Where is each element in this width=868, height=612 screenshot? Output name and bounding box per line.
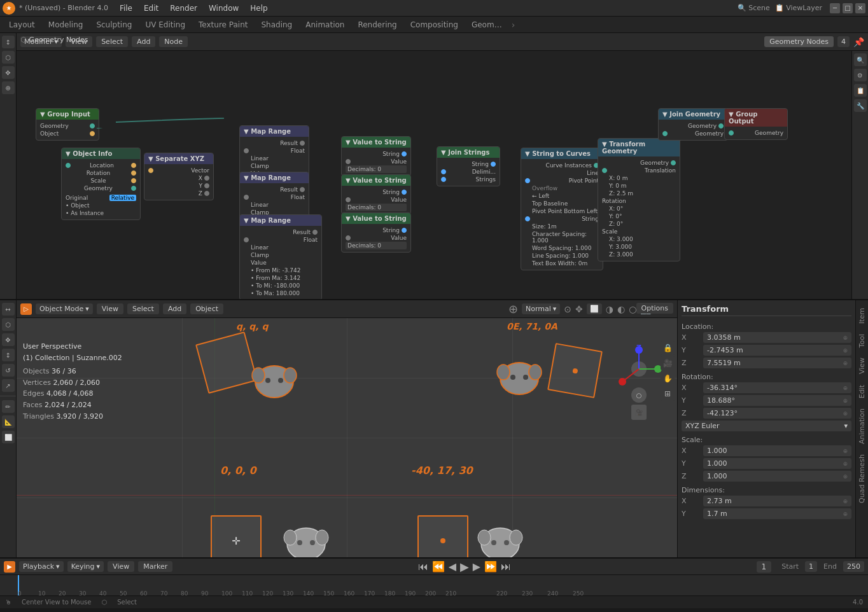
more-tabs-icon[interactable]: › bbox=[512, 20, 515, 30]
node-value-to-string-2[interactable]: ▼ Value to String String Value Decimals:… bbox=[341, 174, 411, 214]
tab-edit[interactable]: Edit bbox=[856, 380, 868, 403]
viewport-shading-sphere[interactable]: ○ bbox=[629, 304, 636, 314]
node-join-strings[interactable]: ▼ Join Strings String Delimi... Strings bbox=[437, 146, 500, 186]
node-right-icon-4[interactable]: 🔧 bbox=[854, 99, 867, 112]
play-end-btn[interactable]: ⏭ bbox=[501, 560, 511, 573]
viewport-shading-render[interactable]: ◐ bbox=[617, 304, 625, 314]
vp-select-menu[interactable]: Select bbox=[127, 303, 159, 314]
node-right-icon-3[interactable]: 📋 bbox=[854, 84, 867, 97]
tab-modeling[interactable]: Modeling bbox=[42, 19, 90, 31]
tab-uv-editing[interactable]: UV Editing bbox=[139, 19, 192, 31]
vp-sidebar-icon-8[interactable]: 📐 bbox=[2, 415, 15, 428]
keying-dropdown[interactable]: Keying ▾ bbox=[67, 561, 104, 572]
vp-add-menu[interactable]: Add bbox=[163, 303, 186, 314]
tab-shading[interactable]: Shading bbox=[255, 19, 298, 31]
node-separate-xyz[interactable]: ▼ Separate XYZ Vector X Y Z bbox=[144, 153, 214, 200]
dim-y-value[interactable]: 1.7 m ⊕ bbox=[703, 508, 851, 519]
node-group-input[interactable]: ▼ Group Input Geometry Object bbox=[36, 108, 99, 141]
tab-animation[interactable]: Animation bbox=[299, 19, 351, 31]
shading-dropdown[interactable]: Normal ▾ bbox=[522, 303, 560, 314]
menu-window[interactable]: Window bbox=[204, 3, 244, 14]
timeline-marker-menu[interactable]: Marker bbox=[138, 561, 172, 572]
node-map-range-3[interactable]: ▼ Map Range Result Float Linear Clamp Va… bbox=[239, 214, 322, 300]
next-keyframe-btn[interactable]: ⏩ bbox=[484, 560, 497, 573]
vp-view-menu[interactable]: View bbox=[97, 303, 123, 314]
menu-help[interactable]: Help bbox=[245, 3, 272, 14]
vp-sidebar-icon-4[interactable]: ↕ bbox=[2, 349, 15, 361]
tab-layout[interactable]: Layout bbox=[3, 19, 41, 31]
loc-y-value[interactable]: -2.7453 m ⊕ bbox=[703, 345, 851, 356]
tab-animation[interactable]: Animation bbox=[856, 403, 868, 449]
viewport-overlay-icon[interactable]: ⊙ bbox=[564, 304, 571, 314]
menu-render[interactable]: Render bbox=[165, 3, 202, 14]
vp-sidebar-icon-2[interactable]: ⬡ bbox=[2, 318, 15, 331]
node-canvas[interactable]: ▼ Group Input Geometry Object ▼ Object I… bbox=[17, 33, 868, 299]
node-value-to-string-3[interactable]: ▼ Value to String String Value Decimals:… bbox=[341, 212, 411, 253]
node-group-output[interactable]: ▼ Group Output Geometry bbox=[724, 108, 788, 140]
viewport-shading-solid[interactable]: ⬜ bbox=[587, 303, 602, 314]
node-sidebar-icon-2[interactable]: ⬡ bbox=[2, 51, 15, 64]
node-sidebar-icon-3[interactable]: ✥ bbox=[2, 66, 15, 79]
vp-icon-grid[interactable]: ⊞ bbox=[661, 387, 675, 401]
tab-texture-paint[interactable]: Texture Paint bbox=[192, 19, 254, 31]
dim-x-value[interactable]: 2.73 m ⊕ bbox=[703, 496, 851, 506]
vp-object-menu[interactable]: Object bbox=[190, 303, 223, 314]
timeline-view-menu[interactable]: View bbox=[108, 561, 134, 572]
camera-view-toggle[interactable]: 🎥 bbox=[631, 405, 647, 420]
vp-icon-hand[interactable]: ✋ bbox=[661, 372, 675, 386]
node-object-info[interactable]: ▼ Object Info Location Rotation Scale Ge… bbox=[61, 148, 141, 220]
vp-sidebar-icon-1[interactable]: ↔ bbox=[2, 303, 15, 316]
maximize-button[interactable]: □ bbox=[843, 3, 853, 13]
vp-sidebar-icon-9[interactable]: ⬜ bbox=[2, 431, 15, 443]
tab-tool[interactable]: Tool bbox=[856, 329, 868, 352]
node-right-icon-2[interactable]: ⚙ bbox=[854, 69, 867, 81]
menu-file[interactable]: File bbox=[115, 3, 137, 14]
timeline-ruler[interactable]: 0 10 20 30 40 50 60 70 80 90 100 110 120… bbox=[0, 575, 868, 595]
vp-icon-lock[interactable]: 🔒 bbox=[661, 341, 675, 355]
loc-x-value[interactable]: 3.0358 m ⊕ bbox=[703, 332, 851, 343]
start-frame[interactable]: 1 bbox=[805, 561, 817, 572]
tab-geometry-nodes[interactable]: Geom… bbox=[465, 19, 508, 31]
perspective-toggle[interactable]: ○ bbox=[631, 387, 647, 403]
playback-dropdown[interactable]: Playback ▾ bbox=[19, 561, 64, 572]
tab-compositing[interactable]: Compositing bbox=[404, 19, 465, 31]
viewport-gizmo-icon[interactable]: ✥ bbox=[575, 304, 583, 314]
vp-sidebar-icon-6[interactable]: ↗ bbox=[2, 379, 15, 392]
node-sidebar-icon-1[interactable]: ↕ bbox=[2, 36, 15, 48]
scale-x-value[interactable]: 1.000 ⊕ bbox=[703, 445, 851, 456]
current-frame[interactable]: 1 bbox=[757, 561, 772, 573]
vp-icon-camera[interactable]: 🎥 bbox=[661, 356, 675, 370]
tab-item[interactable]: Item bbox=[856, 303, 868, 329]
play-start-btn[interactable]: ⏮ bbox=[418, 560, 428, 573]
play-btn[interactable]: ▶ bbox=[460, 560, 469, 573]
vp-sidebar-icon-3[interactable]: ✥ bbox=[2, 333, 15, 346]
rot-x-value[interactable]: -36.314° ⊕ bbox=[703, 382, 851, 393]
node-transform-geometry[interactable]: ▼ Transform Geometry Geometry Translatio… bbox=[598, 138, 680, 261]
prev-keyframe-btn[interactable]: ⏪ bbox=[432, 560, 445, 573]
loc-z-value[interactable]: 7.5519 m ⊕ bbox=[703, 358, 851, 368]
viewport-canvas[interactable]: User Perspective (1) Collection | Suzann… bbox=[17, 318, 677, 557]
navigation-gizmo[interactable]: Z ○ 🎥 bbox=[613, 344, 664, 394]
options-button[interactable]: Options bbox=[636, 303, 673, 314]
object-mode-dropdown[interactable]: Object Mode ▾ bbox=[36, 303, 93, 314]
tab-rendering[interactable]: Rendering bbox=[351, 19, 403, 31]
scale-z-value[interactable]: 1.000 ⊕ bbox=[703, 471, 851, 482]
scale-y-value[interactable]: 1.000 ⊕ bbox=[703, 458, 851, 469]
end-frame[interactable]: 250 bbox=[843, 561, 864, 572]
close-button[interactable]: ✕ bbox=[855, 3, 865, 13]
node-string-to-curves[interactable]: ▼ String to Curves Curve Instances Line … bbox=[521, 148, 603, 270]
vp-sidebar-icon-5[interactable]: ↺ bbox=[2, 364, 15, 377]
node-right-icon-1[interactable]: 🔍 bbox=[854, 53, 867, 66]
rotation-mode-dropdown[interactable]: XYZ Euler ▾ bbox=[682, 421, 851, 431]
rot-z-value[interactable]: -42.123° ⊕ bbox=[703, 408, 851, 419]
node-value-to-string-1[interactable]: ▼ Value to String String Value Decimals:… bbox=[341, 136, 411, 176]
viewport-global-icon[interactable]: ⊕ bbox=[508, 302, 518, 316]
rot-y-value[interactable]: 18.688° ⊕ bbox=[703, 395, 851, 406]
vp-sidebar-icon-7[interactable]: ✏ bbox=[2, 400, 15, 413]
tab-view[interactable]: View bbox=[856, 352, 868, 379]
node-join-geometry[interactable]: ▼ Join Geometry Geometry Geometry bbox=[658, 108, 728, 141]
minimize-button[interactable]: ─ bbox=[830, 3, 840, 13]
step-forward-btn[interactable]: ▶ bbox=[473, 560, 480, 573]
node-sidebar-icon-4[interactable]: ⊕ bbox=[2, 81, 15, 94]
tab-quad-remesh[interactable]: Quad Remesh bbox=[856, 449, 868, 508]
